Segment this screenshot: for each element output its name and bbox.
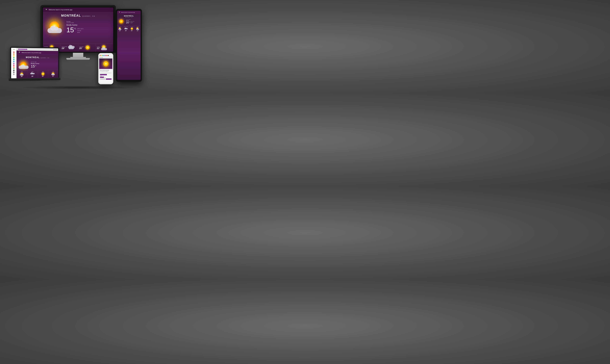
monitor-weather-info: Monday June 08, 2020 Mostly Sunny 15 °C …: [66, 21, 83, 33]
monitor-header-text: Welcome back in my.screenie.app: [49, 9, 72, 11]
monitor-date-label: June 08, 2020: [66, 22, 83, 23]
sidebar-color-purple[interactable]: [13, 63, 14, 64]
svg-point-15: [119, 12, 120, 13]
tablet-forecast-thu: Thursday 25°: [129, 26, 135, 32]
phone-color-5[interactable]: [104, 55, 105, 56]
phone-widget-row: Above: [100, 77, 111, 78]
tablet-forecast-icon-fri: [136, 27, 139, 30]
tablet-forecast-icon-wed: [124, 27, 127, 30]
laptop-cloud: [19, 65, 28, 69]
svg-point-3: [46, 10, 47, 10]
sidebar-color-teal[interactable]: [13, 59, 14, 60]
phone-button-row: [100, 78, 111, 80]
phone-input-colored[interactable]: [100, 74, 107, 75]
tablet-city-state: QUEBEC, CA: [119, 17, 139, 18]
monitor-cloud-overlay: [48, 28, 62, 33]
monitor-forecast-temp-thu: 25°: [79, 47, 83, 50]
tablet-condition: Sunny: [126, 20, 134, 21]
monitor-main-weather: Monday June 08, 2020 Mostly Sunny 15 °C …: [43, 19, 113, 36]
laptop-forecast-icon-wed: [31, 72, 35, 75]
tablet-screen: Welcome back in my.screenie.app MONTRÉAL…: [117, 11, 141, 80]
phone-palette-bar: [99, 54, 112, 57]
laptop-sidebar: [11, 48, 16, 78]
monitor-base: [66, 58, 90, 60]
phone-widget-toggle[interactable]: [100, 77, 104, 78]
phone-color-1[interactable]: [100, 55, 101, 56]
tablet-temp-number: 20: [126, 21, 129, 24]
tablet-temp-details: 19°C / 21°C 3.4 m/s 40 %: [131, 21, 134, 23]
monitor-bezel: Welcome back in my.screenie.app MONTRÉAL…: [42, 7, 114, 53]
tablet-forecast-fri: Friday 21°: [135, 26, 141, 32]
tablet-temp-degree: °C: [129, 21, 130, 23]
toolbar-dot-1: [53, 49, 54, 50]
laptop-date: June 09, 2020: [31, 62, 39, 62]
monitor-temp-row: 15 °C 15°C / 21°C 2.9 m/s 46 %: [66, 26, 83, 33]
laptop-content: SCREENIE NEW SCHOOL: [11, 48, 58, 78]
sidebar-color-dark[interactable]: [13, 70, 14, 71]
monitor-temp-number: 15: [66, 26, 74, 33]
laptop-header-logo: [18, 51, 20, 54]
laptop-temp-row: 15 °C: [31, 65, 39, 68]
laptop-forecast-icon-tue: [20, 73, 24, 76]
monitor-logo-icon: [45, 9, 47, 11]
sidebar-color-blue[interactable]: [13, 61, 14, 62]
phone-color-6[interactable]: [106, 55, 107, 56]
monitor-forecast-icon-thu: [85, 45, 91, 50]
sidebar-color-orange[interactable]: [13, 53, 14, 55]
scene: Welcome back in my.screenie.app MONTRÉAL…: [7, 2, 150, 91]
phone-save-button[interactable]: [106, 78, 111, 80]
laptop-weather: Welcome back in my.screenie.app MONTRÉAL…: [16, 51, 58, 78]
tablet-logo-icon: [119, 12, 120, 13]
laptop-city-state: QUEBEC, CA: [41, 57, 50, 58]
monitor-city-name: MONTRÉAL QUEBEC, CA: [46, 14, 111, 17]
sidebar-color-green[interactable]: [13, 57, 14, 58]
phone-color-2[interactable]: [101, 55, 102, 56]
laptop-forecast-tue: Tue 20°: [16, 70, 27, 78]
laptop-city-section: MONTRÉAL QUEBEC, CA: [16, 55, 58, 60]
phone-section-title: Screen structure and settings: [100, 70, 111, 70]
monitor-forecast-day-fri: Friday: [97, 46, 100, 47]
monitor-weather-app: Welcome back in my.screenie.app MONTRÉAL…: [43, 8, 113, 52]
tablet-city-name: MONTRÉAL: [119, 15, 139, 17]
laptop-forecast-fri: Fri 21°: [48, 70, 58, 78]
tablet-forecast-icon-tue: [119, 27, 122, 30]
monitor-forecast-icon-wed: [68, 45, 75, 50]
laptop-main-weather: June 09, 2020 Mostly Sunny 15 °C: [16, 60, 58, 70]
phone-color-7[interactable]: [107, 55, 108, 56]
laptop-screen: SCREENIE NEW SCHOOL: [11, 48, 58, 78]
monitor-city-section: MONTRÉAL QUEBEC, CA: [43, 12, 113, 19]
monitor-temp-degree: °C: [74, 27, 76, 30]
sidebar-color-lightgray[interactable]: [13, 74, 14, 75]
sidebar-color-gray[interactable]: [13, 72, 14, 73]
phone-color-4[interactable]: [103, 55, 104, 56]
tablet-temp-row: 20 °C 19°C / 21°C 3.4 m/s 40 %: [126, 21, 134, 24]
monitor-forecast-thursday: Thursday 25°: [78, 44, 96, 52]
sidebar-color-deeporange[interactable]: [13, 66, 14, 68]
scene-shadow: [20, 86, 137, 90]
phone-description: Do you have time to change it to: [100, 71, 111, 72]
sidebar-color-pink[interactable]: [13, 65, 14, 66]
sidebar-color-red[interactable]: [13, 52, 14, 53]
laptop-forecast-row: Tue 20° Wed: [16, 70, 58, 78]
sidebar-color-yellow[interactable]: [13, 55, 14, 57]
toolbar-dot-2: [55, 49, 56, 50]
tablet-header: Welcome back in my.screenie.app: [117, 11, 141, 14]
laptop-main: SCREENIE NEW SCHOOL: [16, 48, 58, 78]
sidebar-color-lightgreen[interactable]: [13, 68, 14, 70]
phone-outer: Screen structure and settings Do you hav…: [98, 53, 113, 84]
laptop-forecast-icon-thu: [41, 72, 45, 75]
laptop-header-text: Welcome back in my.screenie.app: [22, 52, 41, 53]
tablet-forecast-wed: Wednesday 29°: [123, 26, 129, 32]
laptop-toolbar-tag: SCREENIE NEW SCHOOL: [18, 49, 27, 50]
tablet-main-weather: June 08, 2020 Sunny 20 °C 19°C / 21°C 3.…: [117, 18, 141, 25]
monitor-forecast-day-thu: Thursday: [79, 46, 83, 47]
phone-cancel-button[interactable]: [100, 78, 106, 80]
laptop-sun-icon: [19, 61, 29, 69]
phone-color-3[interactable]: [102, 55, 103, 56]
monitor-condition: Mostly Sunny: [66, 24, 83, 26]
tablet-header-text: Welcome back in my.screenie.app: [121, 12, 135, 13]
phone-input-1[interactable]: [100, 72, 111, 74]
tablet-sun-icon: [119, 19, 125, 24]
phone-color-8[interactable]: [108, 55, 109, 56]
tablet: Welcome back in my.screenie.app MONTRÉAL…: [116, 9, 142, 82]
